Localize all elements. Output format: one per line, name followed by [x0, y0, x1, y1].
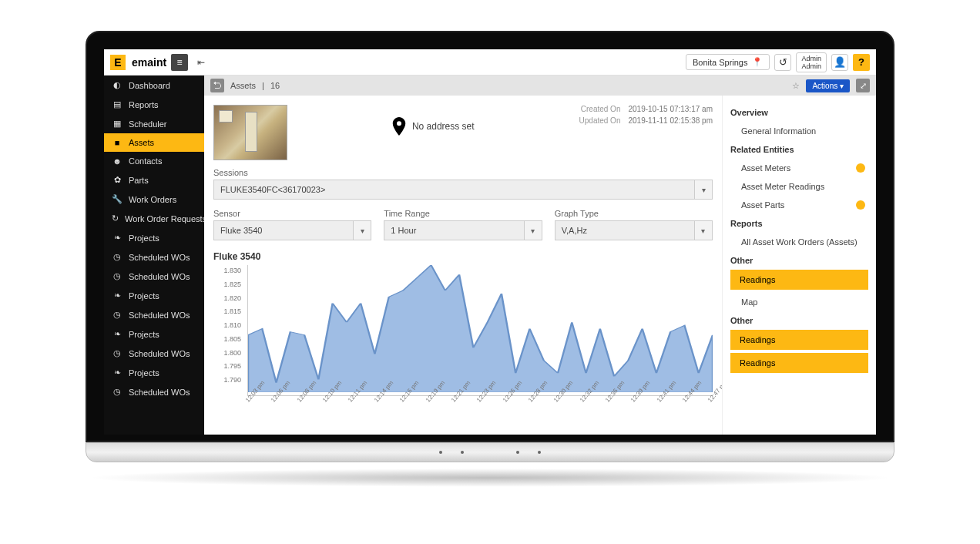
sidebar-item-projects[interactable]: ❧Projects [104, 324, 204, 344]
nav-icon: ▤ [112, 99, 123, 109]
user-chip[interactable]: Admin Admin [796, 52, 827, 72]
help-button[interactable]: ? [853, 54, 870, 71]
breadcrumb-id: 16 [270, 81, 280, 90]
sidebar-item-contacts[interactable]: ☻Contacts [104, 152, 204, 170]
overview-heading: Overview [730, 108, 868, 117]
location-label: Bonita Springs [693, 58, 748, 67]
readings-button[interactable]: Readings [730, 270, 868, 290]
badge-icon [856, 200, 865, 210]
pin-icon: 📍 [752, 57, 763, 67]
asset-photo[interactable] [213, 105, 287, 160]
sidebar-item-projects[interactable]: ❧Projects [104, 363, 204, 382]
expand-icon[interactable]: ⤢ [856, 79, 870, 92]
sidebar-item-scheduled-wos[interactable]: ◷Scheduled WOs [104, 267, 204, 286]
sidebar-item-work-order-requests[interactable]: ↻Work Order Requests [104, 209, 204, 228]
created-value: 2019-10-15 07:13:17 am [628, 105, 713, 113]
readings-button-3[interactable]: Readings [730, 353, 868, 373]
nav-icon: ◷ [112, 310, 123, 320]
nav-label: Parts [129, 176, 149, 185]
related-heading: Related Entities [730, 145, 868, 154]
nav-label: Scheduled WOs [129, 311, 190, 320]
all-work-orders-link[interactable]: All Asset Work Orders (Assets) [730, 233, 868, 251]
back-icon[interactable]: ⮌ [210, 79, 224, 92]
nav-icon: ↻ [112, 213, 119, 223]
sidebar-item-scheduled-wos[interactable]: ◷Scheduled WOs [104, 344, 204, 363]
nav-icon: ❧ [112, 290, 123, 301]
other2-heading: Other [730, 316, 868, 325]
sidebar-item-assets[interactable]: ■Assets [104, 133, 204, 152]
history-icon[interactable]: ↺ [774, 54, 791, 71]
sidebar-item-parts[interactable]: ✿Parts [104, 170, 204, 190]
reports-heading: Reports [730, 219, 868, 228]
nav-icon: ◷ [112, 387, 123, 397]
nav-icon: ▦ [112, 119, 123, 129]
nav-label: Projects [129, 330, 159, 339]
nav-icon: ❧ [112, 368, 123, 378]
sidebar-item-scheduled-wos[interactable]: ◷Scheduled WOs [104, 247, 204, 267]
graph-select[interactable]: V,A,Hz [555, 220, 713, 240]
range-select[interactable]: 1 Hour [384, 220, 542, 240]
sidebar-item-dashboard[interactable]: ◐Dashboard [104, 76, 204, 95]
updated-value: 2019-11-11 02:15:38 pm [628, 116, 713, 125]
chart-area[interactable] [247, 265, 713, 396]
sensor-select[interactable]: Fluke 3540 [213, 220, 371, 240]
nav-label: Projects [129, 291, 159, 301]
nav-label: Dashboard [129, 81, 170, 90]
location-chip[interactable]: Bonita Springs 📍 [686, 54, 770, 70]
nav-label: Reports [129, 100, 159, 109]
map-link[interactable]: Map [730, 293, 868, 311]
nav-label: Projects [129, 233, 159, 243]
breadcrumb-bar: ⮌ Assets | 16 ☆ Actions ▾ ⤢ [204, 76, 876, 96]
updated-label: Updated On [579, 116, 621, 125]
nav-icon: ❧ [112, 329, 123, 339]
top-bar: E emaint ≡ ⇤ Bonita Springs 📍 ↺ Admin Ad… [104, 49, 876, 76]
nav-icon: ◷ [112, 348, 123, 358]
actions-button[interactable]: Actions ▾ [806, 79, 850, 92]
nav-icon: ◷ [112, 271, 123, 281]
asset-parts-link[interactable]: Asset Parts [730, 196, 868, 214]
nav-label: Scheduled WOs [129, 272, 190, 281]
nav-label: Assets [129, 138, 154, 147]
sidebar-item-scheduler[interactable]: ▦Scheduler [104, 114, 204, 133]
nav-icon: ✿ [112, 175, 123, 185]
menu-toggle-icon[interactable]: ≡ [171, 54, 188, 71]
sidebar-item-scheduled-wos[interactable]: ◷Scheduled WOs [104, 382, 204, 401]
sensor-label: Sensor [213, 209, 371, 218]
map-pin-icon [392, 117, 406, 136]
sidebar-item-scheduled-wos[interactable]: ◷Scheduled WOs [104, 305, 204, 324]
no-address-label: No address set [412, 121, 475, 132]
user-icon[interactable]: 👤 [831, 54, 848, 71]
nav-label: Scheduled WOs [129, 349, 190, 358]
sidebar-item-projects[interactable]: ❧Projects [104, 228, 204, 247]
nav-label: Scheduled WOs [129, 388, 190, 397]
asset-meters-link[interactable]: Asset Meters [730, 159, 868, 177]
y-axis-ticks: 1.8301.8251.8201.8151.8101.8051.8001.795… [213, 265, 244, 396]
nav-label: Contacts [129, 156, 162, 166]
nav-icon: ■ [112, 138, 123, 147]
right-panel: Overview General Information Related Ent… [722, 96, 876, 435]
general-info-link[interactable]: General Information [730, 122, 868, 140]
sidebar-item-reports[interactable]: ▤Reports [104, 95, 204, 114]
created-label: Created On [581, 105, 621, 113]
collapse-icon[interactable]: ⇤ [193, 54, 210, 71]
nav-label: Work Order Requests [125, 214, 204, 223]
nav-icon: ◐ [112, 80, 123, 90]
nav-icon: ☻ [112, 156, 123, 166]
address-block: No address set [306, 105, 561, 136]
sidebar-item-projects[interactable]: ❧Projects [104, 286, 204, 305]
favorite-icon[interactable]: ☆ [792, 81, 800, 91]
readings-button-2[interactable]: Readings [730, 330, 868, 350]
graph-label: Graph Type [555, 209, 713, 218]
nav-label: Scheduled WOs [129, 253, 190, 262]
brand-name: emaint [132, 56, 166, 69]
badge-icon [856, 163, 865, 173]
nav-icon: ❧ [112, 233, 123, 243]
breadcrumb-entity[interactable]: Assets [230, 81, 256, 90]
sessions-label: Sessions [213, 168, 713, 177]
asset-meter-readings-link[interactable]: Asset Meter Readings [730, 177, 868, 196]
brand-logo: E [110, 55, 126, 70]
sidebar-item-work-orders[interactable]: 🔧Work Orders [104, 190, 204, 209]
sessions-select[interactable]: FLUKE3540FC<36170023> [213, 180, 713, 200]
other-heading: Other [730, 256, 868, 265]
sidebar: ◐Dashboard▤Reports▦Scheduler■Assets☻Cont… [104, 76, 204, 435]
